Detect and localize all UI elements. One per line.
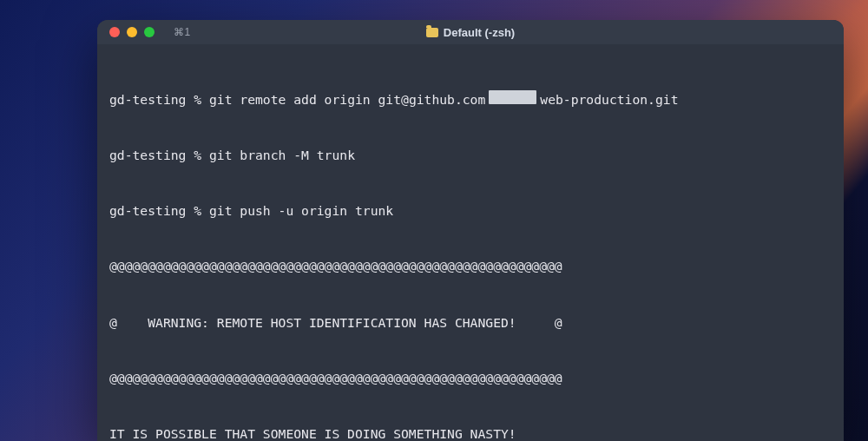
command-line: gd-testing % git push -u origin trunk <box>97 201 844 220</box>
command-line: gd-testing % git remote add origin git@g… <box>97 90 844 109</box>
redacted-text <box>489 90 536 104</box>
command-line: gd-testing % git branch -M trunk <box>97 146 844 164</box>
window-titlebar: ⌘1 Default (-zsh) <box>97 20 844 44</box>
command-text: git push -u origin trunk <box>209 201 393 220</box>
folder-icon <box>426 28 438 37</box>
output-line: IT IS POSSIBLE THAT SOMEONE IS DOING SOM… <box>97 425 844 441</box>
window-title-text: Default (-zsh) <box>444 26 515 39</box>
minimize-icon[interactable] <box>127 27 137 37</box>
command-text: git branch -M trunk <box>209 146 355 164</box>
terminal-output[interactable]: gd-testing % git remote add origin git@g… <box>97 44 844 441</box>
traffic-lights <box>97 27 155 37</box>
output-warning-line: @ WARNING: REMOTE HOST IDENTIFICATION HA… <box>97 313 844 332</box>
prompt: gd-testing % <box>109 90 209 109</box>
command-text: web-production.git <box>540 90 678 109</box>
terminal-window: ⌘1 Default (-zsh) gd-testing % git remot… <box>97 20 844 441</box>
window-title: Default (-zsh) <box>97 26 844 39</box>
command-text: git remote add origin git@github.com <box>209 90 485 109</box>
output-line: @@@@@@@@@@@@@@@@@@@@@@@@@@@@@@@@@@@@@@@@… <box>97 369 844 387</box>
prompt: gd-testing % <box>109 201 209 220</box>
fullscreen-icon[interactable] <box>144 27 155 37</box>
close-icon[interactable] <box>109 27 120 37</box>
output-line: @@@@@@@@@@@@@@@@@@@@@@@@@@@@@@@@@@@@@@@@… <box>97 257 844 275</box>
prompt: gd-testing % <box>109 146 209 164</box>
tab-shortcut-hint: ⌘1 <box>174 26 191 38</box>
